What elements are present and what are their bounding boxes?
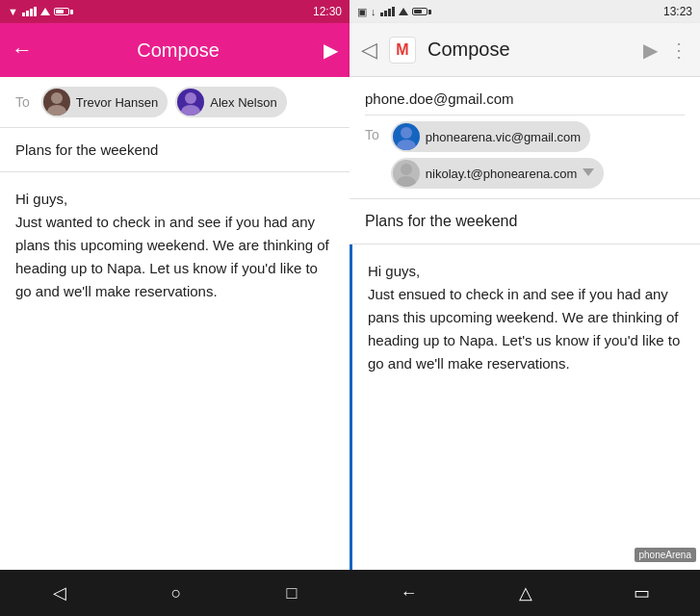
send-button-left[interactable]: ▶	[324, 38, 338, 62]
toolbar-left: ← Compose ▶	[0, 23, 350, 77]
subject-text-left: Plans for the weekend	[15, 141, 158, 158]
back-button-right[interactable]: ◁	[361, 38, 377, 63]
recipient-chip-nikolay[interactable]: nikolay.t@phonearena.com	[391, 158, 605, 189]
body-right[interactable]: Hi guys,Just ensued to check in and see …	[350, 244, 700, 570]
send-button-right[interactable]: ▶	[643, 38, 658, 62]
avatar-trevor	[43, 89, 70, 116]
gmail-m-letter: M	[396, 41, 408, 59]
wifi-icon	[40, 8, 50, 15]
avatar-vic	[393, 123, 420, 150]
subject-right[interactable]: Plans for the weekend	[350, 199, 700, 244]
to-row-left: To Trevor Hansen Alex Nelson	[0, 77, 350, 128]
svg-point-5	[397, 140, 416, 150]
avatar-nikolay	[393, 160, 420, 187]
recipient-email-nikolay: nikolay.t@phonearena.com	[426, 167, 578, 181]
recipient-email-vic: phonearena.vic@gmail.com	[426, 130, 581, 144]
svg-point-0	[51, 92, 63, 104]
right-panel: ▣ ↓ 13:23 ◁ M Compose ▶ ⋮ phone.doe	[350, 0, 700, 616]
battery-icon-right	[412, 8, 431, 15]
compose-title-right: Compose	[428, 38, 632, 61]
recipient-chip-trevor[interactable]: Trevor Hansen	[41, 87, 169, 117]
left-panel: ▼ 12:30 ← Compose ▶ To	[0, 0, 350, 616]
recents-nav-right[interactable]: ▭	[634, 582, 650, 603]
body-text-right: Hi guys,Just ensued to check in and see …	[368, 263, 680, 372]
svg-point-1	[47, 105, 66, 116]
notification-icon: ▼	[8, 6, 18, 17]
avatar-alex	[177, 89, 204, 116]
avatar-alex-img	[177, 89, 204, 116]
wifi-icon-right	[399, 8, 408, 15]
compose-title-left: Compose	[48, 39, 308, 62]
svg-point-7	[397, 176, 416, 187]
status-time-left: 12:30	[313, 5, 342, 18]
back-button-left[interactable]: ←	[12, 38, 33, 63]
status-time-right: 13:23	[663, 5, 692, 18]
recipient-name-trevor: Trevor Hansen	[76, 95, 159, 110]
subject-text-right: Plans for the weekend	[365, 213, 517, 229]
avatar-trevor-img	[43, 89, 70, 116]
status-bar-left: ▼ 12:30	[0, 0, 350, 23]
battery-icon	[54, 8, 73, 15]
gmail-icon: M	[389, 37, 416, 64]
to-label-left: To	[15, 94, 30, 110]
home-nav-left[interactable]: ○	[171, 583, 182, 603]
svg-point-4	[401, 127, 412, 139]
nav-bar-left: ◁ ○ □	[0, 570, 350, 616]
download-icon: ↓	[371, 6, 376, 17]
recipients-col: phonearena.vic@gmail.com nikolay.t@phone…	[391, 121, 685, 189]
back-nav-left[interactable]: ◁	[53, 582, 66, 603]
avatar-vic-img	[393, 123, 420, 150]
status-icons-left: ▼	[8, 6, 73, 17]
status-bar-right: ▣ ↓ 13:23	[350, 0, 700, 23]
dropdown-indicator	[583, 168, 594, 178]
screenshot-icon: ▣	[357, 6, 367, 18]
toolbar-right: ◁ M Compose ▶ ⋮	[350, 23, 700, 77]
recipient-chip-vic[interactable]: phonearena.vic@gmail.com	[391, 121, 590, 152]
home-nav-right[interactable]: △	[519, 582, 532, 603]
avatar-nikolay-img	[393, 160, 420, 187]
back-nav-right[interactable]: ←	[401, 583, 418, 603]
signal-icon	[22, 7, 37, 16]
recipient-chip-alex[interactable]: Alex Nelson	[175, 87, 286, 117]
nav-bar-right: ← △ ▭	[350, 570, 700, 616]
body-text-left: Hi guys,Just wanted to check in and see …	[15, 191, 329, 299]
svg-point-6	[401, 164, 412, 175]
from-email[interactable]: phone.doe@gmail.com	[365, 87, 685, 116]
svg-point-2	[185, 92, 196, 104]
to-row-right: To phonearena.vic@gmail.com	[365, 121, 685, 189]
subject-left[interactable]: Plans for the weekend	[0, 128, 350, 172]
to-section-right: phone.doe@gmail.com To phonearena.vic@gm…	[350, 77, 700, 199]
body-left[interactable]: Hi guys,Just wanted to check in and see …	[0, 172, 350, 570]
signal-icon-right	[380, 7, 395, 16]
status-icons-right: ▣ ↓	[357, 6, 431, 18]
recents-nav-left[interactable]: □	[287, 583, 298, 603]
to-label-right: To	[365, 121, 379, 142]
more-options-button[interactable]: ⋮	[669, 38, 688, 62]
recipient-name-alex: Alex Nelson	[210, 95, 276, 110]
watermark: phoneArena	[635, 548, 697, 562]
svg-point-3	[181, 105, 200, 116]
